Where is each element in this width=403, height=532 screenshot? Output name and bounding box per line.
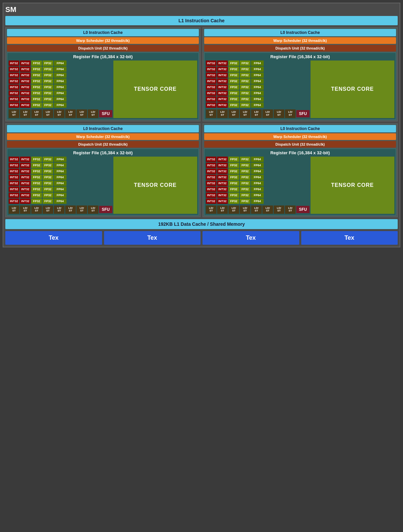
- sfu-box: SFU: [99, 110, 112, 117]
- int32-box: INT32: [20, 72, 31, 78]
- compute-row: INT32 INT32 FP32 FP32 FP64: [206, 187, 310, 192]
- ld-st-box: LD/ST: [251, 109, 262, 118]
- l0-cache-2: L0 Instruction Cache: [204, 29, 396, 36]
- tex-box-1: Tex: [5, 231, 102, 245]
- int32-box: INT32: [217, 163, 228, 168]
- fp64-box: FP64: [251, 78, 264, 84]
- fp32-box: FP32: [31, 72, 42, 78]
- fp64-box: FP64: [54, 175, 67, 180]
- fp32-box: FP32: [228, 84, 239, 90]
- int32-box: INT32: [217, 78, 228, 84]
- fp64-box: FP64: [251, 61, 264, 66]
- ld-st-box: LD/ST: [240, 205, 250, 214]
- fp64-box: FP64: [54, 181, 67, 186]
- fp64-box: FP64: [54, 61, 67, 66]
- fp32-box: FP32: [228, 157, 239, 162]
- ld-st-box: LD/ST: [88, 109, 98, 118]
- register-file-area-1: Register File (16,384 x 32-bit) INT32 IN…: [7, 53, 199, 120]
- compute-area-1: INT32 INT32 FP32 FP32 FP64 INT32 INT32 F…: [9, 61, 197, 118]
- quadrant-2: L0 Instruction Cache Warp Scheduler (32 …: [202, 27, 398, 121]
- int32-box: INT32: [9, 193, 19, 198]
- ld-st-row: LD/ST LD/ST LD/ST LD/ST LD/ST LD/ST LD/S…: [9, 109, 112, 118]
- compute-row: INT32 INT32 FP32 FP32 FP64: [9, 193, 112, 198]
- int32-box: INT32: [217, 157, 228, 162]
- ld-st-box: LD/ST: [274, 205, 284, 214]
- ld-st-box: LD/ST: [9, 109, 19, 118]
- sfu-box: SFU: [99, 206, 112, 213]
- int32-box: INT32: [20, 163, 31, 168]
- fp64-box: FP64: [54, 157, 67, 162]
- fp64-box: FP64: [54, 187, 67, 192]
- fp32-box: FP32: [240, 157, 250, 162]
- fp32-box: FP32: [228, 72, 239, 78]
- fp64-box: FP64: [251, 66, 264, 72]
- fp32-box: FP32: [31, 163, 42, 168]
- tex-box-2: Tex: [104, 231, 201, 245]
- compute-row: INT32 INT32 FP32 FP32 FP64: [206, 199, 310, 204]
- bottom-quadrants-row: L0 Instruction Cache Warp Scheduler (32 …: [5, 123, 398, 217]
- ld-st-box: LD/ST: [274, 109, 284, 118]
- l0-cache-4: L0 Instruction Cache: [204, 125, 396, 132]
- int32-box: INT32: [206, 157, 216, 162]
- fp32-box: FP32: [43, 61, 53, 66]
- warp-scheduler-2: Warp Scheduler (32 thread/clk): [204, 37, 396, 44]
- compute-row: INT32 INT32 FP32 FP32 FP64: [9, 169, 112, 174]
- compute-row: INT32 INT32 FP32 FP32 FP64: [9, 102, 112, 108]
- fp64-box: FP64: [54, 199, 67, 204]
- int32-box: INT32: [9, 187, 19, 192]
- int32-box: INT32: [206, 102, 216, 108]
- ld-st-row: LD/ST LD/ST LD/ST LD/ST LD/ST LD/ST LD/S…: [9, 205, 112, 214]
- fp32-box: FP32: [240, 61, 250, 66]
- int32-box: INT32: [206, 199, 216, 204]
- fp32-box: FP32: [31, 78, 42, 84]
- l1-data-cache: 192KB L1 Data Cache / Shared Memory: [5, 219, 398, 229]
- int32-box: INT32: [20, 181, 31, 186]
- ld-st-box: LD/ST: [76, 205, 87, 214]
- fp32-box: FP32: [43, 78, 53, 84]
- compute-row: INT32 INT32 FP32 FP32 FP64: [9, 163, 112, 168]
- compute-row: INT32 INT32 FP32 FP32 FP64: [9, 157, 112, 162]
- ld-st-box: LD/ST: [54, 205, 65, 214]
- warp-scheduler-4: Warp Scheduler (32 thread/clk): [204, 133, 396, 140]
- ld-st-box: LD/ST: [88, 205, 98, 214]
- int32-box: INT32: [9, 61, 19, 66]
- reg-file-title-2: Register File (16,384 x 32-bit): [206, 54, 394, 59]
- fp32-box: FP32: [240, 187, 250, 192]
- ld-st-box: LD/ST: [65, 205, 76, 214]
- fp32-box: FP32: [43, 84, 53, 90]
- fp64-box: FP64: [54, 90, 67, 96]
- int32-box: INT32: [217, 102, 228, 108]
- int32-box: INT32: [217, 66, 228, 72]
- register-file-area-3: Register File (16,384 x 32-bit) INT32 IN…: [7, 149, 199, 216]
- left-compute-1: INT32 INT32 FP32 FP32 FP64 INT32 INT32 F…: [9, 61, 112, 118]
- left-compute-4: INT32 INT32 FP32 FP32 FP64 INT32 INT32 F…: [206, 157, 310, 214]
- int32-box: INT32: [20, 96, 31, 102]
- fp32-box: FP32: [31, 169, 42, 174]
- compute-row: INT32 INT32 FP32 FP32 FP64: [9, 72, 112, 78]
- int32-box: INT32: [20, 90, 31, 96]
- fp32-box: FP32: [228, 193, 239, 198]
- ld-st-box: LD/ST: [43, 205, 53, 214]
- compute-area-4: INT32 INT32 FP32 FP32 FP64 INT32 INT32 F…: [206, 157, 394, 214]
- fp32-box: FP32: [43, 102, 53, 108]
- fp32-box: FP32: [43, 157, 53, 162]
- int32-box: INT32: [217, 187, 228, 192]
- ld-st-box: LD/ST: [262, 109, 273, 118]
- int32-box: INT32: [217, 96, 228, 102]
- compute-row: INT32 INT32 FP32 FP32 FP64: [206, 61, 310, 66]
- compute-row: INT32 INT32 FP32 FP32 FP64: [9, 61, 112, 66]
- compute-row: INT32 INT32 FP32 FP32 FP64: [206, 78, 310, 84]
- fp32-box: FP32: [228, 199, 239, 204]
- compute-row: INT32 INT32 FP32 FP32 FP64: [9, 187, 112, 192]
- ld-st-box: LD/ST: [240, 109, 250, 118]
- int32-box: INT32: [9, 181, 19, 186]
- fp32-box: FP32: [228, 66, 239, 72]
- int32-box: INT32: [20, 66, 31, 72]
- fp32-box: FP32: [228, 169, 239, 174]
- warp-scheduler-1: Warp Scheduler (32 thread/clk): [7, 37, 199, 44]
- fp64-box: FP64: [251, 90, 264, 96]
- compute-row: INT32 INT32 FP32 FP32 FP64: [9, 175, 112, 180]
- int32-box: INT32: [217, 169, 228, 174]
- l1-instruction-cache: L1 Instruction Cache: [5, 16, 398, 25]
- fp64-box: FP64: [54, 169, 67, 174]
